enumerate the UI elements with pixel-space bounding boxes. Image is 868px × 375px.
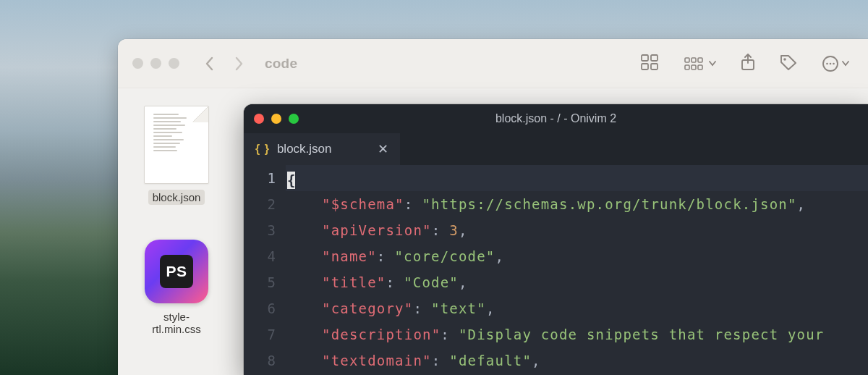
svg-rect-6 (698, 58, 702, 62)
line-number: 3 (244, 217, 276, 243)
tags-button[interactable] (780, 54, 797, 73)
view-mode-button[interactable] (641, 54, 660, 73)
svg-rect-7 (685, 65, 689, 69)
chevron-left-icon (204, 56, 214, 71)
file-item-block-json[interactable]: block.json (137, 106, 216, 205)
svg-point-14 (830, 62, 832, 64)
file-label: block.json (148, 190, 205, 205)
code-area[interactable]: {"$schema":"https://schemas.wp.org/trunk… (286, 165, 868, 375)
svg-rect-0 (642, 55, 648, 61)
svg-rect-5 (692, 58, 696, 62)
editor-titlebar[interactable]: block.json - / - Onivim 2 (244, 104, 868, 133)
finder-toolbar-actions (641, 54, 855, 74)
code-line[interactable]: "name":"core/code", (286, 243, 868, 269)
json-braces-icon: { } (255, 143, 270, 156)
share-icon (741, 54, 755, 71)
phpstorm-app-icon: PS (145, 240, 208, 303)
svg-rect-9 (698, 65, 702, 69)
more-button[interactable] (822, 55, 849, 72)
tab-close-button[interactable]: ✕ (378, 141, 388, 157)
svg-rect-4 (685, 58, 689, 62)
generic-file-icon (144, 106, 209, 184)
svg-point-13 (826, 62, 828, 64)
svg-rect-2 (642, 64, 648, 69)
file-label: style-rtl.min.css (137, 309, 216, 337)
zoom-icon[interactable] (289, 114, 299, 124)
code-line[interactable]: "category":"text", (286, 295, 868, 321)
svg-point-11 (783, 58, 786, 61)
chevron-down-icon (709, 61, 716, 67)
editor-title: block.json - / - Onivim 2 (244, 112, 868, 125)
svg-rect-1 (651, 55, 658, 61)
code-line[interactable]: "title":"Code", (286, 269, 868, 295)
editor-cursor: { (287, 172, 295, 189)
code-line[interactable]: { (286, 165, 868, 191)
line-number: 7 (244, 321, 276, 347)
line-number: 5 (244, 269, 276, 295)
zoom-icon[interactable] (169, 58, 179, 69)
close-icon[interactable] (132, 58, 143, 69)
file-item-style-rtl[interactable]: PS style-rtl.min.css (137, 240, 216, 337)
line-number: 8 (244, 347, 276, 374)
group-by-icon (684, 57, 706, 70)
line-number: 6 (244, 295, 276, 321)
code-line[interactable]: "apiVersion":3, (286, 217, 868, 243)
editor-body[interactable]: 12345678 {"$schema":"https://schemas.wp.… (244, 165, 868, 375)
code-line[interactable]: "description":"Display code snippets tha… (286, 321, 868, 347)
share-button[interactable] (741, 54, 755, 74)
editor-traffic-lights (254, 114, 299, 124)
group-by-button[interactable] (684, 57, 716, 70)
ellipsis-circle-icon (822, 55, 839, 72)
line-number: 1 (244, 165, 276, 191)
svg-rect-8 (692, 65, 696, 69)
finder-file-column: block.json PS style-rtl.min.css (137, 106, 216, 337)
back-button[interactable] (204, 56, 214, 71)
finder-toolbar: code (118, 39, 868, 88)
forward-button[interactable] (234, 56, 244, 71)
line-number: 4 (244, 243, 276, 269)
code-line[interactable]: "$schema":"https://schemas.wp.org/trunk/… (286, 191, 868, 217)
tag-icon (780, 54, 797, 70)
finder-nav (204, 56, 244, 71)
line-number-gutter: 12345678 (244, 165, 286, 375)
finder-traffic-lights (132, 58, 179, 69)
tab-block-json[interactable]: { } block.json ✕ (244, 133, 400, 165)
close-icon[interactable] (254, 114, 264, 124)
chevron-right-icon (234, 56, 244, 71)
finder-title: code (265, 56, 297, 72)
svg-rect-3 (651, 64, 658, 69)
editor-window: block.json - / - Onivim 2 { } block.json… (244, 104, 868, 375)
editor-tab-bar: { } block.json ✕ (244, 133, 868, 165)
tab-label: block.json (277, 142, 332, 156)
grid-view-icon (641, 54, 660, 70)
line-number: 2 (244, 191, 276, 217)
minimize-icon[interactable] (271, 114, 281, 124)
svg-point-15 (833, 62, 835, 64)
minimize-icon[interactable] (150, 58, 161, 69)
chevron-down-icon (842, 61, 849, 67)
code-line[interactable]: "textdomain":"default", (286, 347, 868, 374)
